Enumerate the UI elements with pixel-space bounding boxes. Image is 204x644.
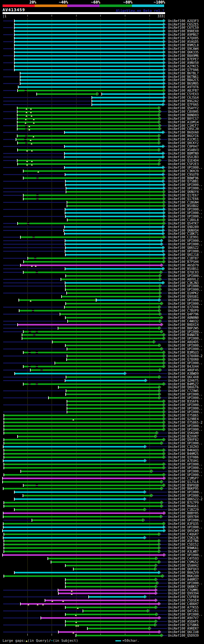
hit-label[interactable]: UniRef100_C7GMM1: [168, 588, 199, 592]
hit-label[interactable]: UniRef100_Q1E4D4: [168, 159, 199, 162]
alignment-row[interactable]: UniRef100_A9V7V7: [0, 616, 204, 620]
hit-label[interactable]: UniRef100_A2YKC5: [168, 65, 199, 68]
alignment-row[interactable]: UniRef100_A5ABV3: [0, 148, 204, 152]
alignment-row[interactable]: UniRef100_C5FRE0: [0, 595, 204, 599]
hit-label[interactable]: UniRef100_B8BY05: [168, 511, 199, 515]
alignment-row[interactable]: UniRef100_Q4P796: [0, 312, 204, 316]
hit-label[interactable]: UniRef100_A8N0N0: [168, 316, 199, 319]
hit-label[interactable]: UniRef100_C1BXL8: [168, 218, 199, 222]
alignment-row[interactable]: UniRef100_B0DXI4: [0, 323, 204, 326]
hit-label[interactable]: UniRef100_A5E7B6: [168, 539, 199, 543]
alignment-row[interactable]: UniRef100_B7EPE7: [0, 57, 204, 61]
hit-label[interactable]: UniRef100_B6TN61: [168, 75, 199, 79]
hit-label[interactable]: UniRef100_C1HCF7: [168, 124, 199, 127]
hit-label[interactable]: UniRef100_Q54TK7: [168, 222, 199, 225]
alignment-row[interactable]: UniRef100_C1BGN4: [0, 201, 204, 204]
hit-label[interactable]: UniRef100_B9REX0: [168, 29, 199, 33]
alignment-row[interactable]: UniRef100_C5DI52: [0, 543, 204, 546]
alignment-row[interactable]: UniRef100_C6TC59: [0, 26, 204, 29]
alignment-row[interactable]: UniRef100_Q9XU81: [0, 295, 204, 298]
hit-label[interactable]: UniRef100_Q6C4X8: [168, 375, 199, 379]
hit-label[interactable]: UniRef100_A9T9T6: [168, 85, 199, 89]
hit-label[interactable]: UniRef100_B0YCS7: [168, 117, 199, 120]
alignment-row[interactable]: UniRef100_UPI000..: [0, 239, 204, 242]
hit-label[interactable]: UniRef100_B0AZV9: [168, 571, 199, 574]
alignment-row[interactable]: UniRef100_C1E991: [0, 235, 204, 239]
hit-label[interactable]: UniRef100_A5ABV3: [168, 148, 199, 152]
hit-label[interactable]: UniRef100_B6GYI6: [168, 134, 199, 138]
hit-label[interactable]: UniRef100_C4R6H7: [168, 602, 199, 606]
hit-label[interactable]: UniRef100_A6SD79: [168, 264, 199, 267]
hit-label[interactable]: UniRef100_Q5KGH0: [168, 431, 199, 435]
hit-label[interactable]: UniRef100_A3LWB7: [168, 550, 199, 553]
alignment-row[interactable]: UniRef100_O75865-2: [0, 421, 204, 424]
hit-label[interactable]: UniRef100_C3KJN3: [168, 281, 199, 285]
hit-label[interactable]: UniRef100_Q7F0A5: [168, 103, 199, 106]
alignment-row[interactable]: UniRef100_C7Z9W5: [0, 389, 204, 393]
hit-label[interactable]: UniRef100_Q17E66: [168, 197, 199, 201]
alignment-row[interactable]: UniRef100_B4M5Z7: [0, 382, 204, 386]
hit-label[interactable]: UniRef100_Q9CAW4: [168, 47, 199, 50]
alignment-row[interactable]: UniRef100_UPI000..: [0, 490, 204, 494]
alignment-row[interactable]: UniRef100_C1BZ29: [0, 508, 204, 511]
alignment-row[interactable]: UniRef100_UPI000..: [0, 494, 204, 497]
hit-label[interactable]: UniRef100_UPI000..: [168, 239, 202, 242]
hit-label[interactable]: UniRef100_UPI000..: [168, 166, 202, 169]
hit-label[interactable]: UniRef100_C9SUT0: [168, 173, 199, 176]
hit-label[interactable]: UniRef100_Q5XJB3: [168, 155, 199, 159]
hit-label[interactable]: UniRef100_UPI000..: [168, 518, 202, 522]
hit-label[interactable]: UniRef100_Q86SZ2-2: [168, 497, 202, 501]
hit-label[interactable]: UniRef100_UPI000..: [168, 441, 202, 445]
hit-label[interactable]: UniRef100_B8A2C5: [168, 78, 199, 82]
alignment-row[interactable]: UniRef100_C3KJN3: [0, 281, 204, 285]
alignment-row[interactable]: UniRef100_O75865: [0, 414, 204, 417]
alignment-row[interactable]: UniRef100_A9T9T6: [0, 85, 204, 89]
alignment-row[interactable]: UniRef100_Q9D289: [0, 225, 204, 229]
alignment-row[interactable]: UniRef100_B9REX0: [0, 29, 204, 33]
alignment-row[interactable]: UniRef100_UPI000..: [0, 407, 204, 410]
hit-label[interactable]: UniRef100_C5DI52: [168, 543, 199, 546]
hit-label[interactable]: UniRef100_B8P2W5: [168, 326, 199, 330]
alignment-row[interactable]: UniRef100_Q1HPK2: [0, 291, 204, 295]
hit-label[interactable]: UniRef100_Q0IJ18: [168, 253, 199, 257]
alignment-row[interactable]: UniRef100_B9PXQ8: [0, 484, 204, 487]
hit-label[interactable]: UniRef100_UPI000..: [168, 274, 202, 278]
alignment-row[interactable]: UniRef100_UPI000..: [0, 208, 204, 211]
alignment-row[interactable]: UniRef100_Q86SZ2: [0, 246, 204, 249]
hit-label[interactable]: UniRef100_B8ND03: [168, 113, 199, 117]
alignment-row[interactable]: UniRef100_UPI000..: [0, 525, 204, 529]
alignment-row[interactable]: UniRef100_C1HCF7: [0, 124, 204, 127]
hit-label[interactable]: UniRef100_UPI000..: [168, 215, 202, 218]
hit-label[interactable]: UniRef100_B6KP95: [168, 487, 199, 490]
hit-label[interactable]: UniRef100_Q7F0A6: [168, 68, 199, 72]
hit-label[interactable]: UniRef100_Q78XR0: [168, 358, 199, 361]
hit-label[interactable]: UniRef100_UPI000..: [168, 407, 202, 410]
hit-label[interactable]: UniRef100_B6QVA0: [168, 131, 199, 134]
hit-label[interactable]: UniRef100_C6SZE5: [168, 23, 199, 26]
alignment-row[interactable]: UniRef100_B0YCS7: [0, 117, 204, 120]
alignment-row[interactable]: UniRef100_C1BK71: [0, 232, 204, 235]
hit-label[interactable]: UniRef100_Q6NUY4: [168, 190, 199, 194]
alignment-row[interactable]: UniRef100_UPI000..: [0, 428, 204, 431]
alignment-row[interactable]: UniRef100_UPI000..: [0, 470, 204, 473]
hit-label[interactable]: UniRef100_Q7ZXX6: [168, 305, 199, 309]
alignment-row[interactable]: UniRef100_C1BXL8: [0, 218, 204, 222]
alignment-row[interactable]: UniRef100_C1MSP7: [0, 477, 204, 480]
hit-label[interactable]: UniRef100_B3S6F6: [168, 400, 199, 403]
alignment-row[interactable]: UniRef100_C0SCJ0: [0, 127, 204, 131]
alignment-row[interactable]: UniRef100_C5YEX3: [0, 92, 204, 96]
alignment-row[interactable]: UniRef100_Q6FQX3: [0, 567, 204, 571]
alignment-row[interactable]: UniRef100_B6TN61: [0, 75, 204, 79]
alignment-row[interactable]: UniRef100_C8V0H5: [0, 110, 204, 113]
hit-label[interactable]: UniRef100_UPI000..: [168, 525, 202, 529]
alignment-row[interactable]: UniRef100_C7BVP9: [0, 309, 204, 312]
hit-label[interactable]: UniRef100_A3BWD9: [168, 372, 199, 375]
hit-label[interactable]: UniRef100_UPI000..: [168, 428, 202, 431]
alignment-row[interactable]: UniRef100_Q54TK7: [0, 222, 204, 225]
alignment-row[interactable]: UniRef100_B6K2Q9: [0, 574, 204, 578]
alignment-row[interactable]: UniRef100_B8A2C5: [0, 78, 204, 82]
alignment-row[interactable]: UniRef100_UPI000..: [0, 473, 204, 477]
alignment-row[interactable]: UniRef100_UPI000..: [0, 302, 204, 305]
hit-label[interactable]: UniRef100_A9NV50: [168, 61, 199, 65]
hit-label[interactable]: UniRef100_UPI000..: [168, 473, 202, 477]
